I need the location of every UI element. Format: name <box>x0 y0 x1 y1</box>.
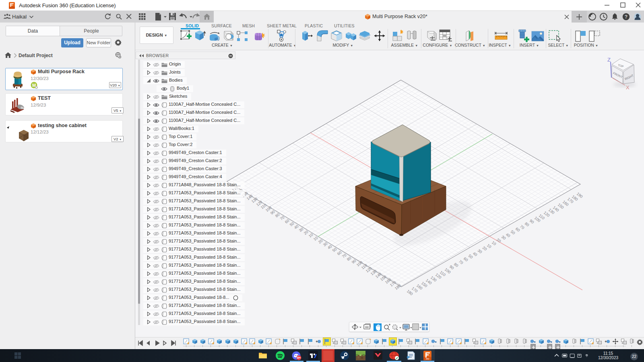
svg-text:?: ? <box>625 14 627 20</box>
svg-text:360: 360 <box>425 358 429 360</box>
svg-text:Z: Z <box>607 57 611 63</box>
svg-text:9+: 9+ <box>297 356 301 360</box>
